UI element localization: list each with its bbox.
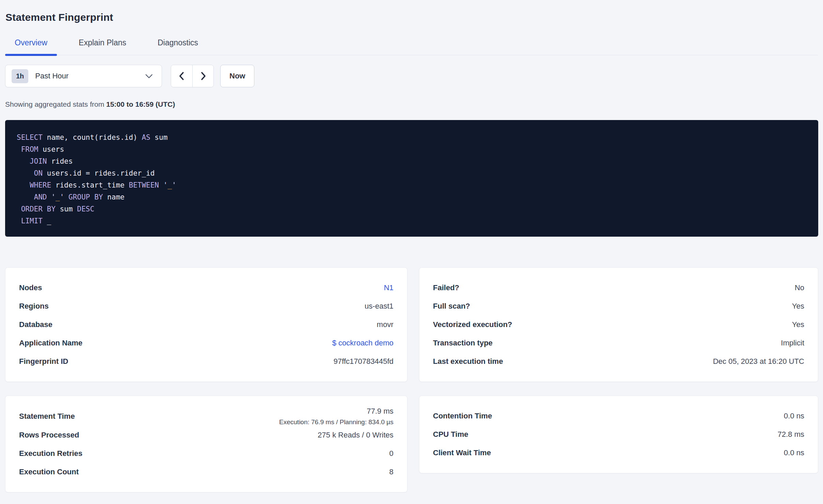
row-application-name: Application Name$ cockroach demo: [19, 334, 393, 352]
row-value: 0: [389, 449, 393, 458]
row-value-link[interactable]: N1: [384, 283, 393, 292]
row-label: Fingerprint ID: [19, 357, 68, 366]
row-value-wrap: 0.0 ns: [784, 412, 804, 420]
row-last-execution-time: Last execution timeDec 05, 2023 at 16:20…: [433, 352, 804, 371]
row-value: 0.0 ns: [784, 448, 804, 457]
row-rows-processed: Rows Processed275 k Reads / 0 Writes: [19, 426, 393, 444]
row-label: Application Name: [19, 339, 83, 347]
next-time-button[interactable]: [192, 65, 213, 87]
row-fingerprint-id: Fingerprint ID97ffc170783445fd: [19, 352, 393, 371]
sql-line: WHERE rides.start_time BETWEEN '_': [17, 179, 807, 191]
row-value-wrap: 72.8 ms: [778, 430, 804, 439]
page-title: Statement Fingerprint: [5, 12, 818, 23]
time-interval-badge: 1h: [12, 69, 28, 83]
row-value: movr: [377, 320, 393, 329]
row-label: Full scan?: [433, 302, 470, 311]
card-metadata: NodesN1Regionsus-east1DatabasemovrApplic…: [5, 267, 407, 382]
card-statement-times: Statement Time77.9 msExecution: 76.9 ms …: [5, 396, 407, 492]
row-label: Failed?: [433, 283, 459, 292]
stats-cards: NodesN1Regionsus-east1DatabasemovrApplic…: [5, 267, 818, 492]
row-full-scan: Full scan?Yes: [433, 297, 804, 315]
row-nodes: NodesN1: [19, 279, 393, 297]
card-execution-attributes: Failed?NoFull scan?YesVectorized executi…: [419, 267, 818, 382]
row-value: 275 k Reads / 0 Writes: [318, 431, 393, 440]
aggregation-summary: Showing aggregated stats from 15:00 to 1…: [5, 100, 818, 108]
chevron-left-icon: [178, 72, 186, 80]
row-contention-time: Contention Time0.0 ns: [433, 407, 804, 425]
row-value: 72.8 ms: [778, 430, 804, 439]
row-transaction-type: Transaction typeImplicit: [433, 334, 804, 352]
sql-line: AND '_' GROUP BY name: [17, 191, 807, 203]
aggregation-summary-range: 15:00 to 16:59 (UTC): [106, 100, 175, 108]
row-database: Databasemovr: [19, 315, 393, 334]
row-cpu-time: CPU Time72.8 ms: [433, 425, 804, 444]
row-statement-time: Statement Time77.9 msExecution: 76.9 ms …: [19, 407, 393, 426]
row-label: Regions: [19, 302, 49, 311]
time-interval-label: Past Hour: [35, 72, 145, 80]
aggregation-summary-prefix: Showing aggregated stats from: [5, 100, 106, 108]
row-value: No: [795, 283, 804, 292]
row-label: Execution Count: [19, 468, 79, 476]
sql-line: SELECT name, count(rides.id) AS sum: [17, 132, 807, 144]
row-value-link[interactable]: $ cockroach demo: [332, 339, 393, 347]
row-vectorized-execution: Vectorized execution?Yes: [433, 315, 804, 334]
prev-time-button[interactable]: [171, 65, 192, 87]
row-value-wrap: N1: [384, 283, 393, 292]
row-value-wrap: Dec 05, 2023 at 16:20 UTC: [713, 357, 804, 366]
tab-diagnostics[interactable]: Diagnostics: [148, 38, 208, 55]
row-value-wrap: Implicit: [781, 339, 804, 347]
row-value-wrap: 97ffc170783445fd: [333, 357, 393, 366]
row-value-wrap: 0.0 ns: [784, 448, 804, 457]
row-value: 97ffc170783445fd: [333, 357, 393, 366]
row-value-wrap: 77.9 msExecution: 76.9 ms / Planning: 83…: [279, 407, 393, 426]
row-execution-retries: Execution Retries0: [19, 444, 393, 463]
row-label: Contention Time: [433, 412, 492, 420]
row-value-wrap: 8: [389, 468, 393, 476]
tab-explain-plans[interactable]: Explain Plans: [69, 38, 136, 55]
row-regions: Regionsus-east1: [19, 297, 393, 315]
row-label: Nodes: [19, 283, 42, 292]
row-label: Database: [19, 320, 53, 329]
row-subvalue: Execution: 76.9 ms / Planning: 834.0 µs: [279, 418, 393, 426]
row-value-wrap: 0: [389, 449, 393, 458]
sql-line: FROM users: [17, 144, 807, 155]
chevron-down-icon: [145, 74, 153, 78]
row-value: Implicit: [781, 339, 804, 347]
row-value: us-east1: [365, 302, 393, 311]
card-resource-times: Contention Time0.0 nsCPU Time72.8 msClie…: [419, 396, 818, 473]
row-failed: Failed?No: [433, 279, 804, 297]
row-label: Execution Retries: [19, 449, 83, 458]
tabs: OverviewExplain PlansDiagnostics: [5, 38, 818, 55]
sql-line: ON users.id = rides.rider_id: [17, 167, 807, 179]
sql-line: ORDER BY sum DESC: [17, 203, 807, 215]
row-value-wrap: 275 k Reads / 0 Writes: [318, 431, 393, 440]
row-label: Transaction type: [433, 339, 493, 347]
row-value-wrap: No: [795, 283, 804, 292]
row-label: Client Wait Time: [433, 448, 491, 457]
time-interval-dropdown[interactable]: 1h Past Hour: [5, 65, 162, 87]
row-value: Dec 05, 2023 at 16:20 UTC: [713, 357, 804, 366]
sql-line: LIMIT _: [17, 215, 807, 227]
time-controls: 1h Past Hour Now: [5, 65, 818, 87]
row-value-wrap: Yes: [792, 320, 804, 329]
row-value: 0.0 ns: [784, 412, 804, 420]
row-label: Vectorized execution?: [433, 320, 512, 329]
row-value-wrap: movr: [377, 320, 393, 329]
row-label: CPU Time: [433, 430, 468, 439]
row-value: 8: [389, 468, 393, 476]
row-value-wrap: us-east1: [365, 302, 393, 311]
row-label: Statement Time: [19, 412, 75, 421]
statement-fingerprint-page: Statement Fingerprint OverviewExplain Pl…: [0, 0, 823, 504]
row-value-wrap: Yes: [792, 302, 804, 311]
row-label: Rows Processed: [19, 431, 79, 440]
row-client-wait-time: Client Wait Time0.0 ns: [433, 444, 804, 462]
row-value-wrap: $ cockroach demo: [332, 339, 393, 347]
chevron-right-icon: [199, 72, 207, 80]
row-execution-count: Execution Count8: [19, 463, 393, 481]
sql-line: JOIN rides: [17, 155, 807, 167]
row-value: Yes: [792, 320, 804, 329]
now-button[interactable]: Now: [220, 65, 254, 87]
tab-overview[interactable]: Overview: [5, 38, 57, 55]
row-value: Yes: [792, 302, 804, 311]
time-nav-group: [171, 65, 214, 87]
